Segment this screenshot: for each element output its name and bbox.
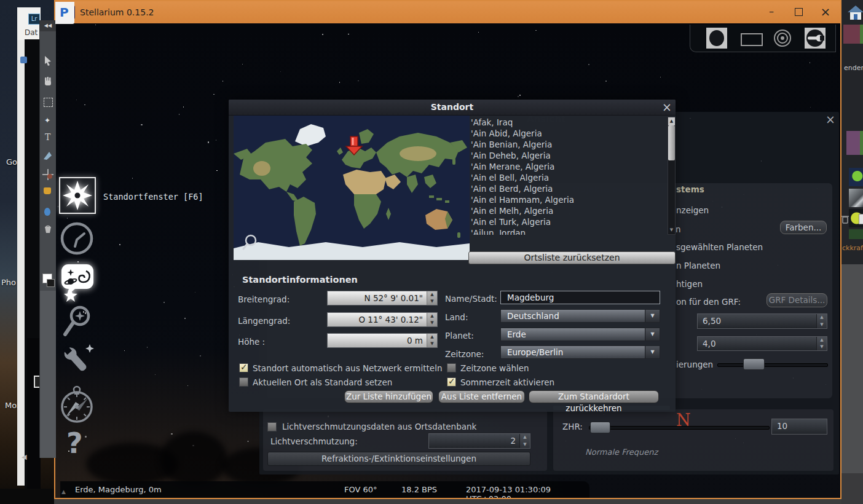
home-icon[interactable]: [847, 5, 863, 21]
ellipse-tool-button[interactable]: [706, 28, 727, 49]
spinner-arrows[interactable]: ▲▼: [519, 434, 530, 448]
eye-tool-icon[interactable]: [42, 169, 53, 180]
light-pollution-spinbox[interactable]: 2 ▲▼: [428, 433, 530, 449]
status-bar[interactable]: Erde, Magdeburg, 0m FOV 60° 18.2 BPS 201…: [60, 481, 589, 498]
help-window-button[interactable]: ?: [66, 427, 83, 460]
city-list-item[interactable]: 'Ain el Bell, Algeria: [468, 172, 666, 183]
bucket-tool-icon[interactable]: [43, 224, 53, 234]
timezone-select-checkbox[interactable]: [447, 363, 456, 372]
close-button[interactable]: ×: [813, 1, 838, 23]
location-window-button[interactable]: [59, 177, 96, 214]
date-time-window-button[interactable]: [60, 221, 94, 256]
world-map[interactable]: [234, 116, 470, 260]
auto-location-checkbox[interactable]: [239, 363, 248, 372]
rectangle-tool-button[interactable]: [741, 33, 763, 46]
sky-view[interactable]: ? Standortfenster [F6] × stems nzeigen n…: [55, 23, 840, 498]
scrollbar-up-button[interactable]: ▲: [668, 117, 675, 125]
farben-button[interactable]: Farben...: [780, 221, 827, 234]
zhr-value-box[interactable]: 10: [771, 419, 827, 435]
small-button-fragment[interactable]: [859, 214, 863, 224]
return-to-default-button[interactable]: Zum Standardort zurückkehren: [529, 390, 659, 403]
city-list-scrollbar[interactable]: ▲ ▼: [668, 117, 676, 235]
photo-thumb[interactable]: [846, 131, 860, 155]
ansicht-close-button[interactable]: ×: [826, 112, 835, 127]
standort-dialog-titlebar[interactable]: Standort: [229, 100, 676, 116]
maximize-button[interactable]: [786, 1, 811, 23]
photo-thumb[interactable]: [860, 25, 863, 44]
window-titlebar[interactable]: Stellarium 0.15.2 – ×: [55, 1, 840, 23]
altitude-label: Höhe :: [238, 337, 265, 347]
light-pollution-db-label: Lichtverschmutzungsdaten aus Ortsdatenba…: [282, 422, 476, 431]
city-list-item[interactable]: 'Ain Abid, Algeria: [468, 128, 666, 139]
refraction-settings-button[interactable]: Refraktions-/Extinktionseinstellungen: [267, 452, 530, 466]
remove-from-list-button[interactable]: Aus Liste entfernen: [438, 390, 525, 403]
stamp-tool-icon[interactable]: [44, 187, 51, 194]
photo-thumb[interactable]: [849, 229, 863, 239]
timezone-dropdown[interactable]: Europe/Berlin▼: [500, 345, 660, 359]
grf-details-button[interactable]: GRF Details...: [766, 293, 827, 307]
city-list[interactable]: 'Afak, Iraq'Ain Abid, Algeria'Ain Benian…: [468, 117, 666, 235]
smudge-tool-icon[interactable]: [44, 208, 50, 216]
type-tool-icon[interactable]: T: [45, 132, 50, 142]
spark-tool-icon[interactable]: ✦: [44, 116, 50, 125]
city-list-item[interactable]: 'Ain Deheb, Algeria: [468, 150, 666, 161]
scrollbar-thumb[interactable]: [668, 125, 675, 160]
hand-tool-icon[interactable]: [43, 77, 53, 87]
city-list-item[interactable]: 'Ain el Melh, Algeria: [468, 205, 666, 216]
toolbar-expander[interactable]: ▲: [61, 489, 66, 495]
reset-city-list-button[interactable]: Ortsliste zurücksetzen: [468, 251, 676, 264]
city-list-item[interactable]: 'Ain el Turk, Algeria: [468, 216, 666, 227]
light-pollution-db-checkbox[interactable]: [267, 422, 277, 431]
photo-thumb[interactable]: [849, 189, 863, 207]
configuration-window-button[interactable]: [59, 342, 96, 379]
zhr-slider-thumb[interactable]: [590, 422, 610, 433]
pen-tool-icon[interactable]: [43, 151, 53, 160]
cursor-tool-icon[interactable]: [44, 56, 52, 66]
latitude-spinbox[interactable]: N 52° 9' 0.01" ▲▼: [327, 291, 438, 305]
longitude-spinbox[interactable]: O 11° 43' 0.12" ▲▼: [327, 312, 438, 327]
name-city-input[interactable]: Magdeburg: [500, 291, 660, 304]
set-default-checkbox[interactable]: [239, 377, 248, 387]
spinner-arrows[interactable]: ▲▼: [816, 314, 827, 328]
target-tool-button[interactable]: [773, 28, 792, 48]
grf-drift-spinbox[interactable]: 4,0 ▲▼: [697, 336, 827, 351]
spinner-arrows[interactable]: ▲▼: [816, 337, 827, 350]
city-list-item[interactable]: 'Ajlun, Jordan: [468, 227, 666, 235]
search-window-button[interactable]: [60, 304, 93, 339]
panel-collapse-arrow[interactable]: ◀: [22, 453, 26, 461]
standort-dialog: Standort ×: [229, 100, 676, 412]
chevron-down-icon[interactable]: ▼: [645, 328, 660, 341]
altitude-spinbox[interactable]: 0 m ▲▼: [327, 333, 438, 348]
background-swatch[interactable]: [47, 279, 55, 287]
photo-thumb[interactable]: [849, 168, 863, 186]
toolbar-collapse-tab[interactable]: ◀◀: [40, 20, 56, 31]
labels-slider-thumb[interactable]: [743, 358, 765, 370]
city-list-item[interactable]: 'Afak, Iraq: [468, 117, 666, 128]
labels-slider[interactable]: [717, 363, 828, 367]
city-list-item[interactable]: 'Ain Merane, Algeria: [468, 161, 666, 172]
city-list-item[interactable]: 'Ain el Hammam, Algeria: [468, 194, 666, 205]
wrench-tool-button[interactable]: [805, 28, 826, 49]
ps-taskbar-fragment[interactable]: P: [55, 2, 74, 24]
photo-thumb[interactable]: [860, 131, 863, 155]
city-list-item[interactable]: 'Ain Benian, Algeria: [468, 139, 666, 150]
planet-dropdown[interactable]: Erde▼: [500, 328, 660, 341]
spinner-arrows[interactable]: ▲▼: [427, 334, 437, 347]
add-to-list-button[interactable]: Zur Liste hinzufügen: [344, 390, 433, 403]
spinner-arrows[interactable]: ▲▼: [427, 291, 437, 305]
scrollbar-down-button[interactable]: ▼: [668, 226, 675, 234]
chevron-down-icon[interactable]: ▼: [645, 346, 660, 358]
bottom-left-strip: [0, 489, 54, 504]
grf-longitude-spinbox[interactable]: 6,50 ▲▼: [697, 313, 827, 329]
marquee-tool-icon[interactable]: [44, 98, 53, 107]
astronomical-calculations-window-button[interactable]: [58, 382, 95, 423]
sky-viewing-options-window-button[interactable]: [60, 263, 95, 300]
trash-icon[interactable]: [841, 215, 849, 224]
country-dropdown[interactable]: Deutschland▼: [500, 309, 660, 323]
spinner-arrows[interactable]: ▲▼: [427, 313, 437, 326]
chevron-down-icon[interactable]: ▼: [645, 310, 660, 322]
standort-close-button[interactable]: ×: [662, 100, 672, 114]
dst-checkbox[interactable]: [447, 377, 456, 387]
city-list-item[interactable]: 'Ain el Berd, Algeria: [468, 183, 666, 194]
minimize-button[interactable]: –: [759, 1, 784, 23]
